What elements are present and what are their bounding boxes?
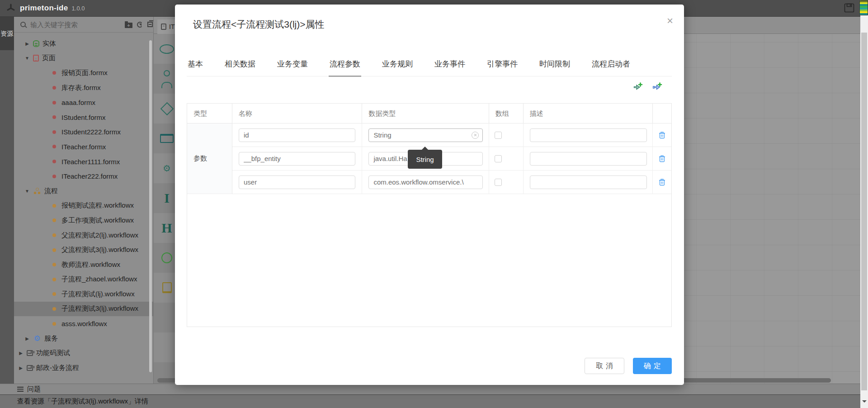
app-title: primeton-ide: [20, 4, 68, 13]
tree-item-label: 报销页面.formx: [61, 69, 108, 77]
browser-scrollbar[interactable]: [860, 0, 868, 408]
column-header-description: 描述: [524, 104, 653, 123]
tree-item[interactable]: ▼ 页面: [14, 51, 153, 66]
tree-item-icon: [50, 216, 58, 224]
array-checkbox[interactable]: [495, 179, 502, 186]
array-checkbox[interactable]: [495, 155, 502, 162]
tree-expand-arrow[interactable]: ▼: [24, 189, 30, 194]
tree-item-label: 实体: [42, 39, 56, 48]
tree-expand-arrow[interactable]: ▶: [18, 365, 24, 370]
refresh-icon[interactable]: [137, 22, 143, 28]
dialog-tab[interactable]: 基本: [187, 56, 204, 77]
dialog-tab[interactable]: 时间限制: [538, 56, 571, 77]
palette-item-glyph: H: [161, 220, 172, 236]
dialog-tab[interactable]: 业务规则: [381, 56, 414, 77]
tree-item[interactable]: ▶ ⚙ 服务: [14, 331, 153, 346]
resource-sidebar: ▶ 实体 ▼ 页面 报销页面.formx 库存表.formx: [14, 17, 154, 384]
tree-item[interactable]: 教师流程.workflowx: [14, 257, 153, 272]
tree-item[interactable]: ITeacher.formx: [14, 139, 153, 154]
tree-expand-arrow[interactable]: ▶: [24, 41, 30, 46]
param-datatype-cell: [362, 171, 489, 194]
column-header-array: 数组: [489, 104, 524, 123]
tree-item[interactable]: 报销测试流程.workflowx: [14, 199, 153, 213]
resources-rail-tab[interactable]: 资源: [0, 17, 14, 50]
tree-item-label: ITeacher1111.formx: [61, 158, 120, 166]
table-header-row: 类型 名称 数据类型 数组 描述: [187, 104, 671, 123]
tree-item[interactable]: ITeacher1111.formx: [14, 154, 153, 169]
problems-label: 问题: [27, 385, 41, 394]
dialog-tab[interactable]: 相关数据: [224, 56, 256, 77]
dialog-tab[interactable]: 引擎事件: [486, 56, 519, 77]
new-folder-icon[interactable]: [125, 23, 132, 28]
tree-item[interactable]: 报销页面.formx: [14, 66, 153, 81]
document-icon: [161, 24, 166, 30]
tree-item-label: 服务: [44, 334, 58, 343]
dialog-tab[interactable]: 流程启动者: [591, 56, 631, 77]
delete-row-icon[interactable]: [659, 131, 665, 139]
tree-item[interactable]: ▶ 功能码测试: [14, 346, 153, 361]
sidebar-scrollbar-thumb[interactable]: [149, 40, 152, 372]
tree-item-icon: [50, 99, 58, 107]
tree-item[interactable]: 库存表.formx: [14, 81, 153, 95]
tree-expand-arrow[interactable]: ▶: [24, 336, 30, 341]
problems-panel-header[interactable]: 问题: [0, 384, 868, 394]
dialog-tab[interactable]: 业务变量: [276, 56, 309, 77]
parameters-table: 类型 名称 数据类型 数组 描述 参数: [187, 103, 672, 327]
param-name-input[interactable]: [239, 152, 355, 166]
tree-item[interactable]: 子流程测试(lj).workflowx: [14, 287, 153, 302]
collapse-all-icon[interactable]: [147, 22, 153, 27]
tree-item-icon: [27, 350, 33, 356]
dialog-tab[interactable]: 流程参数: [329, 56, 361, 77]
tree-item[interactable]: IStudent2222.formx: [14, 125, 153, 140]
clear-value-icon[interactable]: [472, 132, 479, 139]
cancel-button[interactable]: 取消: [585, 358, 624, 374]
column-header-actions: [653, 104, 671, 123]
tree-item-label: 报销测试流程.workflowx: [61, 201, 134, 210]
delete-row-icon[interactable]: [659, 155, 665, 162]
tree-item-icon: [50, 261, 58, 269]
search-input[interactable]: [30, 21, 120, 28]
param-name-input[interactable]: [239, 176, 355, 189]
array-checkbox[interactable]: [495, 132, 502, 139]
tree-item[interactable]: ▼ 流程: [14, 184, 153, 199]
param-description-input[interactable]: [530, 128, 647, 142]
browser-scrollbar-thumb[interactable]: [861, 33, 867, 390]
tree-item[interactable]: 子流程测试3(lj).workflowx: [14, 302, 153, 317]
tree-item[interactable]: ▶ 邮政-业务流程: [14, 361, 153, 375]
param-datatype-input[interactable]: [368, 128, 483, 142]
param-datatype-cell: [362, 123, 489, 147]
tree-item[interactable]: 父流程测试2(lj).workflowx: [14, 228, 153, 243]
tree-item-label: 邮政-业务流程: [36, 364, 79, 372]
param-datatype-input[interactable]: [368, 176, 483, 189]
tree-item[interactable]: IStudent.formx: [14, 110, 153, 125]
param-name-input[interactable]: [239, 128, 355, 142]
tree-item-label: ITeacher222.formx: [61, 172, 118, 180]
tree-item[interactable]: 父流程测试3(lj).workflowx: [14, 242, 153, 257]
parameter-row: [232, 123, 671, 147]
tree-item-label: aaaa.formx: [61, 99, 95, 106]
param-array-cell: [489, 147, 524, 170]
tree-item-label: 子流程测试(lj).workflowx: [61, 290, 135, 299]
delete-row-icon[interactable]: [659, 178, 665, 186]
param-description-input[interactable]: [530, 176, 647, 189]
tree-item-icon: [50, 320, 58, 328]
close-icon[interactable]: ×: [667, 15, 673, 26]
tree-item[interactable]: ▶ 实体: [14, 36, 153, 51]
add-parameter-icon[interactable]: [633, 82, 643, 92]
save-icon[interactable]: [844, 3, 854, 13]
tree-item-icon: [33, 55, 39, 62]
param-description-input[interactable]: [530, 152, 647, 166]
tree-item[interactable]: 子流程_zhaoel.workflowx: [14, 272, 153, 287]
dialog-tab[interactable]: 业务事件: [434, 56, 466, 77]
add-reference-parameter-icon[interactable]: [652, 82, 662, 92]
confirm-button[interactable]: 确定: [633, 358, 672, 374]
tree-item[interactable]: aaaa.formx: [14, 95, 153, 110]
tree-item[interactable]: asss.workflowx: [14, 316, 153, 331]
tree-expand-arrow[interactable]: ▼: [24, 56, 30, 61]
sidebar-search-row: [14, 17, 153, 33]
scrollbar-down-arrow[interactable]: [862, 400, 867, 405]
tree-expand-arrow[interactable]: ▶: [18, 351, 24, 356]
left-rail: 资源: [0, 17, 14, 394]
tree-item[interactable]: 多工作项测试.workflowx: [14, 213, 153, 228]
tree-item[interactable]: ITeacher222.formx: [14, 169, 153, 184]
